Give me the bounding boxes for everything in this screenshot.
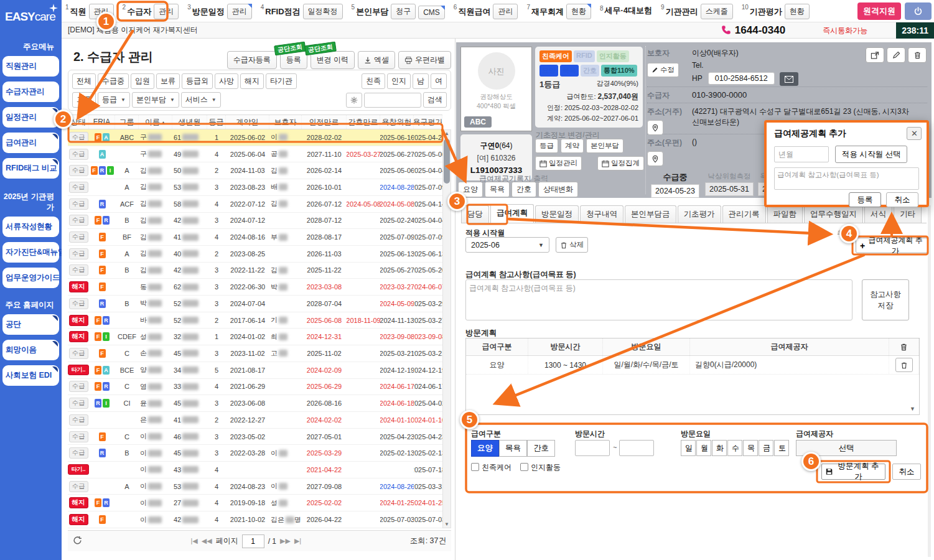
select-등급[interactable]: 등급▼ <box>98 92 130 108</box>
checkbox-인지활동[interactable]: 인지활동 <box>520 462 561 473</box>
map-pin-button[interactable] <box>647 151 663 166</box>
recipient-row[interactable]: 수급FRC염3342021-06-292025-06-292024-06-172… <box>68 379 442 396</box>
column-header-상태[interactable]: 상태 <box>68 115 89 129</box>
column-header-FRIA[interactable]: FRIA <box>89 115 115 129</box>
group-button[interactable]: 그룹 <box>72 92 96 108</box>
recipient-row[interactable]: 타기..FABCE양3452021-08-172024-02-092024-12… <box>68 362 442 379</box>
sidebar-item-급여관리[interactable]: 급여관리 <box>2 133 59 153</box>
nav-button-현황[interactable]: 현황 <box>785 4 810 19</box>
popup-month-input[interactable] <box>774 146 829 162</box>
print-button-요양[interactable]: 요양 <box>458 182 483 197</box>
recipient-row[interactable]: 해지F동6232022-06-30박2023-03-082023-03-2720… <box>68 279 442 296</box>
column-header-계약일[interactable]: 계약일 <box>226 115 269 129</box>
day-button-토[interactable]: 토 <box>774 440 789 456</box>
column-header-간호만료[interactable]: 간호만료 <box>347 115 380 129</box>
filter-친족[interactable]: 친족 <box>362 73 385 89</box>
tab-업무수행일지[interactable]: 업무수행일지 <box>804 205 863 223</box>
scroll-down-icon[interactable]: ▼ <box>443 521 451 527</box>
recipient-row[interactable]: 수급FBF김4142024-08-16부2028-08-172025-07-09… <box>68 229 442 246</box>
filter-보류[interactable]: 보류 <box>156 73 180 89</box>
filter-수급중[interactable]: 수급중 <box>98 73 129 89</box>
last-page-icon[interactable]: ▶| <box>294 537 301 545</box>
nav-button-스케줄[interactable]: 스케줄 <box>701 4 733 19</box>
send-message-button[interactable] <box>780 72 798 86</box>
filter-남[interactable]: 남 <box>413 73 429 89</box>
guardian-edit-button[interactable]: 수정 <box>647 63 679 77</box>
type-button-목욕[interactable]: 목욕 <box>499 440 527 457</box>
type-button-간호[interactable]: 간호 <box>527 440 555 457</box>
day-button-일[interactable]: 일 <box>681 440 696 456</box>
print-button-상태변화[interactable]: 상태변화 <box>538 182 578 197</box>
recipient-row[interactable]: 수급FRB김4232024-07-122028-07-122025-02-242… <box>68 213 442 230</box>
filter-해지[interactable]: 해지 <box>240 73 264 89</box>
recipient-row[interactable]: 해지FR이2742019-09-18성2025-02-022024-01-252… <box>68 495 442 511</box>
recipient-row[interactable]: 수급은4122022-12-272024-02-022024-01-102024… <box>68 412 442 429</box>
photo-placeholder[interactable]: 사진 권장해상도400*480 픽셀 ABC <box>460 47 532 131</box>
select-서비스[interactable]: 서비스▼ <box>181 92 221 108</box>
power-button[interactable] <box>905 2 932 20</box>
nav-label[interactable]: 방문일정 <box>192 6 225 20</box>
nav-button-CMS[interactable]: CMS <box>418 6 445 19</box>
nav-label[interactable]: 세무·4대보험 <box>605 5 653 19</box>
time-start-input[interactable] <box>575 440 610 456</box>
nav-label[interactable]: 수급자 <box>127 6 151 20</box>
register-lookup-button[interactable]: 공단조회등록 <box>280 51 307 69</box>
print-button-목욕[interactable]: 목욕 <box>485 182 510 197</box>
recipient-row[interactable]: 수급RACF김5842022-07-12김2026-07-122024-05-0… <box>68 196 442 213</box>
tab-기초평가[interactable]: 기초평가 <box>678 205 721 223</box>
filter-입원[interactable]: 입원 <box>131 73 154 89</box>
basic-button-등급[interactable]: 등급 <box>535 139 558 153</box>
recipient-row[interactable]: 수급FAABC구6112025-06-02이2028-02-022025-06-… <box>68 129 442 146</box>
popup-cancel-button[interactable]: 취소 <box>886 192 918 207</box>
sidebar-item-직원관리[interactable]: 직원관리 <box>2 56 59 77</box>
cancel-visit-plan-button[interactable]: 취소 <box>892 464 921 480</box>
recipient-row[interactable]: 수급FC손4532023-11-02고2025-11-022025-03-212… <box>68 345 442 362</box>
tab-급여계획[interactable]: 급여계획 <box>490 204 534 223</box>
column-header-생년월[interactable]: 생년월 <box>172 115 207 129</box>
type-button-요양[interactable]: 요양 <box>471 440 499 457</box>
tab-담당[interactable]: 담당 <box>461 205 489 223</box>
column-header-욕창위험[interactable]: 욕창위험 <box>380 115 414 129</box>
nav-button-관리[interactable]: 관리 <box>493 4 518 19</box>
day-button-목[interactable]: 목 <box>743 440 758 456</box>
provider-select-button[interactable]: 선택 <box>796 440 897 456</box>
next-page-icon[interactable]: ▶▶ <box>280 537 291 545</box>
delete-recipient-button[interactable] <box>908 47 927 63</box>
register-recipient-button[interactable]: 수급자등록 <box>227 51 277 69</box>
recipient-row[interactable]: 해지FICDEF성3212024-01-02최2024-12-312023-09… <box>68 329 442 345</box>
nav-label[interactable]: 직원 <box>70 6 86 20</box>
filter-등급외[interactable]: 등급외 <box>182 73 213 89</box>
filter-인지[interactable]: 인지 <box>387 73 411 89</box>
recipient-row[interactable]: 수급RB이4532022-03-28이2025-03-292025-02-132… <box>68 445 442 462</box>
search-input[interactable] <box>364 93 421 108</box>
schedule-button-일정관리[interactable]: 일정관리 <box>535 156 582 170</box>
remote-support-button[interactable]: 원격지원 <box>857 2 901 20</box>
filter-사망[interactable]: 사망 <box>215 73 238 89</box>
delete-visit-row-button[interactable] <box>895 358 913 372</box>
day-button-금[interactable]: 금 <box>759 440 773 456</box>
change-history-button[interactable]: 공단조회변경 이력 <box>311 51 355 69</box>
visit-plan-row[interactable]: 요양1300 ~ 1430일/월/화/수/목/금/토길향0(시급/20000) <box>466 356 919 375</box>
apply-month-select[interactable]: 2025-06▼ <box>465 237 549 253</box>
add-visit-plan-button[interactable]: 방문계획 추가 <box>821 464 885 480</box>
day-button-수[interactable]: 수 <box>727 440 742 456</box>
open-window-button[interactable] <box>866 47 884 63</box>
nav-button-관리[interactable]: 관리 <box>227 4 252 19</box>
sidebar-item-서류작성현황[interactable]: 서류작성현황 <box>2 217 59 237</box>
sidebar-item-수급자관리[interactable]: 수급자관리 <box>2 82 59 102</box>
table-scrollbar[interactable]: ▲ ▼ <box>442 129 451 528</box>
save-note-button[interactable]: 참고사항 저장 <box>862 279 909 320</box>
select-본인부담[interactable]: 본인부담▼ <box>132 92 179 108</box>
nav-button-일정확정[interactable]: 일정확정 <box>303 4 343 19</box>
recipient-row[interactable]: 해지FR바5222017-06-14기2025-06-082018-11-092… <box>68 312 442 329</box>
recipient-row[interactable]: 타기..이4342021-04-222025-07-18 <box>68 462 442 478</box>
column-header-이름[interactable]: 이름▲ <box>139 115 172 129</box>
sidebar-item-RFID태그 비교[interactable]: RFID태그 비교 <box>2 158 59 179</box>
popup-month-select-button[interactable]: 적용 시작월 선택 <box>835 146 907 163</box>
edit-recipient-button[interactable] <box>887 47 905 63</box>
print-button-간호[interactable]: 간호 <box>511 182 536 197</box>
delete-plan-button[interactable]: 삭제 <box>556 237 588 253</box>
refresh-icon[interactable] <box>73 536 82 547</box>
popup-memo-textarea[interactable] <box>774 167 919 190</box>
column-header-보호자[interactable]: 보호자 <box>269 115 302 129</box>
